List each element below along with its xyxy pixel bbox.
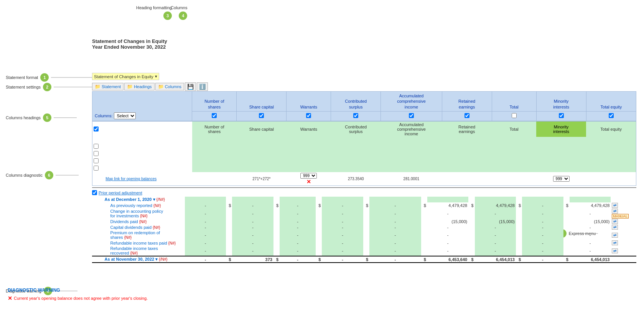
diagnostic-section: DIAGNOSTIC WARNING ✕ Current year's open… xyxy=(8,288,148,301)
statement-settings-btn[interactable]: 📁 Statement xyxy=(92,83,124,90)
map-contributed-value: 273.3540 xyxy=(348,177,364,181)
row-ref-taxes-recovered: Refundable income taxesrecovered {N#} - … xyxy=(92,246,636,256)
dollar-4: $ xyxy=(363,202,369,208)
green-cell-4-1 xyxy=(192,158,237,165)
prior-period-label[interactable]: Prior period adjustment xyxy=(99,191,142,195)
row-dividends-paid: Dividends paid {N#} - - - - - (15,000) (… xyxy=(92,219,636,224)
checkbox-total-equity[interactable] xyxy=(609,113,614,118)
headings-settings-btn[interactable]: 📁 Headings xyxy=(124,83,154,90)
col-check-retained[interactable] xyxy=(442,111,492,121)
green-cell-2-8 xyxy=(536,143,586,150)
totals-label-nov2022[interactable]: As at November 30, 2022 ▾ xyxy=(105,257,158,261)
checkbox-row3[interactable] xyxy=(94,151,99,156)
col-check-warrants[interactable] xyxy=(287,111,331,121)
dec2020-share-capital xyxy=(232,197,273,202)
total-minority: - xyxy=(522,256,563,263)
col-check-acc-income[interactable] xyxy=(381,111,442,121)
val-acc-warrants: - xyxy=(280,208,316,219)
checkbox-share-capital[interactable] xyxy=(259,113,264,118)
row-label-premium[interactable]: Premium on redemption ofshares xyxy=(110,230,160,240)
checkbox-row2[interactable] xyxy=(94,144,99,149)
checkbox-total[interactable] xyxy=(512,113,517,118)
dec2020-acc-income xyxy=(369,197,421,202)
total-dollar-2: $ xyxy=(273,256,280,263)
col-check-total-equity[interactable] xyxy=(586,111,636,121)
checkbox-row5[interactable] xyxy=(94,166,99,171)
express-menu-btn-accounting[interactable]: ⇄ xyxy=(612,209,618,214)
checkbox-contributed[interactable] xyxy=(353,113,358,118)
document-title-section: Statement of Changes in Equity Year Ende… xyxy=(92,38,167,50)
row-premium-redemption: Premium on redemption ofshares {N#} - - … xyxy=(92,230,636,240)
checkbox-all-rows[interactable] xyxy=(94,127,99,131)
val-prev-retained: 4,479,428 xyxy=(427,202,468,208)
green-cell-1-4 xyxy=(331,137,381,143)
row-label-prev-reported[interactable]: As previously reported xyxy=(110,203,152,208)
row-label-cap-dividends[interactable]: Capital dividends paid xyxy=(110,225,152,230)
section-header-dec2020-label[interactable]: As at December 1, 2020 ▾ xyxy=(105,197,155,202)
col-check-minority[interactable] xyxy=(536,111,586,121)
col-check-contributed[interactable] xyxy=(331,111,381,121)
col-name-warrants: Warrants xyxy=(287,122,331,137)
express-menu-btn-ref-taxes[interactable]: ⇄ xyxy=(612,240,618,245)
prior-period-checkbox[interactable] xyxy=(92,190,97,195)
checkbox-acc-income[interactable] xyxy=(409,113,414,118)
green-cell-5-7 xyxy=(492,165,536,172)
col-header-acc-income: Accumulatedcomprehensiveincome xyxy=(381,92,442,112)
express-menu-btn-dividends[interactable]: ⇄ xyxy=(612,219,618,224)
row-label-accounting[interactable]: Change in accounting policyfor investmen… xyxy=(110,209,163,218)
express-menu-btn-premium[interactable]: ⇄ xyxy=(612,233,618,238)
row-label-ref-taxes-paid[interactable]: Refundable income taxes paid xyxy=(110,241,167,245)
map-link-label[interactable]: Map link for opening balances xyxy=(105,177,156,181)
green-cell-1-6 xyxy=(442,137,492,143)
green-cell-3-9 xyxy=(586,150,636,158)
map-minority-select[interactable]: 999 xyxy=(553,176,570,182)
callout-bubble-2: 2 xyxy=(43,83,51,91)
col-check-total[interactable] xyxy=(492,111,536,121)
col-check-num-shares[interactable] xyxy=(192,111,237,121)
express-menu-btn-cap-div[interactable]: ⇄ xyxy=(612,225,618,230)
statement-btn-label: Statement xyxy=(102,84,121,89)
green-cell-1-1 xyxy=(192,137,237,143)
info-icon-btn[interactable]: ℹ️ xyxy=(197,82,208,91)
express-menu-btn-prev-reported[interactable]: ⇄ xyxy=(612,203,618,208)
val-acc-share-capital: - xyxy=(232,208,273,219)
total-contributed: - xyxy=(322,256,363,263)
dec2020-total xyxy=(475,197,516,202)
col-check-share-capital[interactable] xyxy=(237,111,287,121)
map-warrants-select[interactable]: 999 xyxy=(300,173,317,179)
checkbox-warrants[interactable] xyxy=(306,113,311,118)
format-dropdown-label: Statement of Changes in Equity xyxy=(94,74,153,79)
val-div-total-equity: (15,000) xyxy=(570,219,611,224)
row-tag-prev-reported: {N#} xyxy=(153,204,161,208)
checkbox-num-shares[interactable] xyxy=(212,113,217,118)
green-cell-4-2 xyxy=(237,158,287,165)
col-header-total-equity: Total equity xyxy=(586,92,636,112)
save-icon-btn[interactable]: 💾 xyxy=(185,82,196,91)
green-cell-5-2 xyxy=(237,165,287,172)
callout-6-area: Columns diagnostic 6 xyxy=(6,171,79,179)
callout-1-label: Statement format xyxy=(6,75,38,80)
dec2020-num-shares xyxy=(185,197,226,202)
col-header-share-capital: Share capital xyxy=(237,92,287,112)
checkbox-retained[interactable] xyxy=(464,113,469,118)
dollar-8: $ xyxy=(563,202,570,208)
express-menu-btn-ref-taxes-rec[interactable]: ⇄ xyxy=(612,248,618,253)
checkbox-row4[interactable] xyxy=(94,158,99,163)
row-label-dividends[interactable]: Dividends paid xyxy=(110,219,138,224)
map-val-total xyxy=(492,172,536,186)
empty-row-3 xyxy=(92,150,636,158)
empty-row-1 xyxy=(92,137,636,143)
dollar-2: $ xyxy=(273,202,280,208)
map-val-contributed: 273.3540 xyxy=(331,172,381,186)
statement-format-dropdown[interactable]: Statement of Changes in Equity ▾ xyxy=(92,73,159,80)
statement-format-row: Statement of Changes in Equity ▾ xyxy=(92,73,159,80)
manual-tag-accounting: MANUAL xyxy=(612,214,629,219)
columns-settings-btn[interactable]: 📁 Columns xyxy=(155,83,184,90)
map-val-share-capital: 271*+272* xyxy=(237,172,287,186)
green-cell-4-5 xyxy=(381,158,442,165)
checkbox-minority[interactable] xyxy=(559,113,564,118)
green-cell-2-5 xyxy=(381,143,442,150)
map-share-capital-value: 271*+272* xyxy=(252,177,270,181)
columns-select-dropdown[interactable]: Select All None xyxy=(114,112,136,119)
total-dollar-5: $ xyxy=(421,256,427,263)
